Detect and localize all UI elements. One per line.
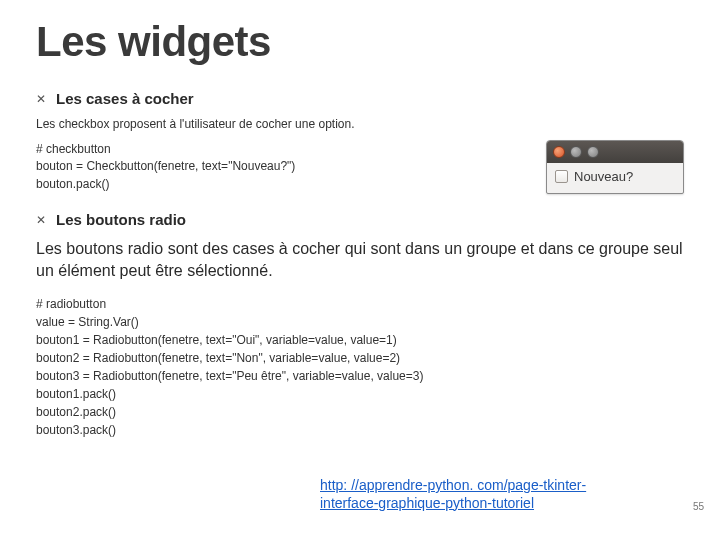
section1-heading: Les cases à cocher [56, 90, 194, 107]
demo-body: Nouveau? [547, 163, 683, 190]
page-number: 55 [693, 501, 704, 512]
checkbutton-demo-window: Nouveau? [546, 140, 684, 194]
window-minimize-icon[interactable] [570, 146, 582, 158]
window-maximize-icon[interactable] [587, 146, 599, 158]
section1-desc: Les checkbox proposent à l'utilisateur d… [36, 117, 684, 131]
checkbox-label: Nouveau? [574, 169, 633, 184]
section2-heading: Les boutons radio [56, 211, 186, 228]
section1-heading-row: ✕ Les cases à cocher [36, 90, 684, 107]
source-link[interactable]: http: //apprendre-python. com/page-tkint… [320, 477, 620, 512]
page-title: Les widgets [36, 18, 684, 66]
demo-titlebar [547, 141, 683, 163]
section2-desc: Les boutons radio sont des cases à coche… [36, 238, 684, 281]
bullet-icon: ✕ [36, 93, 46, 105]
section2-heading-row: ✕ Les boutons radio [36, 211, 684, 228]
bullet-icon: ✕ [36, 214, 46, 226]
checkbox-input[interactable] [555, 170, 568, 183]
section2-code: # radiobutton value = String.Var() bouto… [36, 295, 684, 439]
window-close-icon[interactable] [553, 146, 565, 158]
